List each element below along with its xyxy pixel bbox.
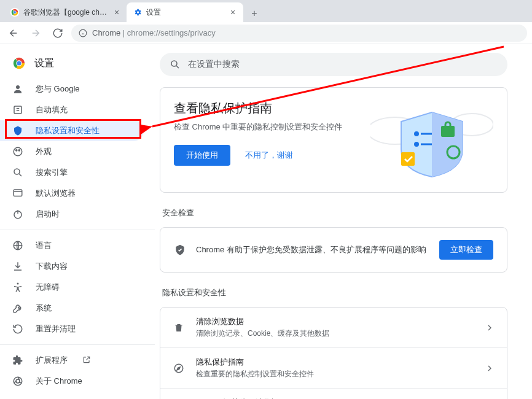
tab-strip: 谷歌浏览器【google chrome】 × 设置 × + (0, 0, 532, 22)
tab-active[interactable]: 设置 × (127, 2, 243, 22)
sidebar-item-appearance[interactable]: 外观 (0, 141, 144, 162)
guide-illustration (370, 100, 493, 180)
restore-icon (12, 323, 23, 335)
sidebar-item-label: 自动填充 (36, 104, 68, 115)
svg-point-9 (16, 85, 20, 89)
url-host: Chrome (92, 28, 120, 37)
safety-check-heading: 安全检查 (162, 207, 507, 219)
chevron-right-icon (485, 323, 495, 333)
cookies-row[interactable]: Cookie 及其他网站数据 已阻止无痕模式下的第三方 Cookie (160, 389, 507, 399)
sidebar-item-label: 系统 (36, 303, 52, 314)
person-icon (12, 83, 23, 95)
sidebar-item-on-startup[interactable]: 启动时 (0, 204, 144, 225)
svg-rect-16 (14, 190, 22, 196)
svg-point-21 (17, 283, 19, 285)
sidebar-item-label: 您与 Google (36, 83, 80, 95)
close-icon[interactable]: × (113, 8, 120, 17)
tab-inactive[interactable]: 谷歌浏览器【google chrome】 × (4, 2, 127, 22)
chrome-icon (12, 376, 23, 387)
address-bar[interactable]: Chrome | chrome://settings/privacy (71, 25, 527, 42)
back-button[interactable] (5, 25, 22, 42)
download-icon (12, 261, 23, 272)
settings-search[interactable]: 在设置中搜索 (160, 53, 507, 76)
sidebar-item-label: 搜索引擎 (36, 167, 68, 178)
search-icon (12, 167, 23, 178)
privacy-guide-row[interactable]: 隐私保护指南 检查重要的隐私控制设置和安全控件 (160, 348, 507, 389)
new-tab-button[interactable]: + (246, 5, 263, 22)
trash-icon (173, 322, 185, 334)
info-icon (79, 29, 87, 37)
sidebar-item-reset[interactable]: 重置并清理 (0, 319, 144, 339)
palette-icon (12, 146, 23, 157)
row-title: 清除浏览数据 (196, 316, 474, 327)
sidebar-item-system[interactable]: 系统 (0, 298, 144, 319)
toolbar: Chrome | chrome://settings/privacy (0, 22, 532, 44)
privacy-section-heading: 隐私设置和安全性 (162, 287, 507, 298)
sidebar-item-you-and-google[interactable]: 您与 Google (0, 79, 144, 99)
start-guide-button[interactable]: 开始使用 (174, 145, 230, 166)
sidebar-item-accessibility[interactable]: 无障碍 (0, 277, 144, 298)
sidebar-item-autofill[interactable]: 自动填充 (0, 99, 144, 120)
extension-icon (12, 355, 23, 366)
safety-check-card: Chrome 有助于保护您免受数据泄露、不良扩展程序等问题的影响 立即检查 (160, 227, 507, 273)
power-icon (12, 209, 23, 220)
privacy-list-card: 清除浏览数据 清除浏览记录、Cookie、缓存及其他数据 隐私保护指南 检查重要… (160, 307, 507, 399)
sidebar-item-label: 外观 (36, 146, 52, 157)
svg-line-25 (176, 66, 179, 68)
dismiss-guide-button[interactable]: 不用了，谢谢 (238, 145, 300, 166)
sidebar-item-label: 关于 Chrome (36, 376, 82, 387)
svg-line-15 (19, 174, 22, 176)
sidebar-item-label: 默认浏览器 (36, 188, 76, 199)
shield-icon (12, 125, 23, 136)
row-subtitle: 检查重要的隐私控制设置和安全控件 (196, 369, 474, 379)
close-icon[interactable]: × (229, 8, 237, 17)
sidebar: 设置 您与 Google 自动填充 隐私设置和安全性 外观 搜索引擎 默认浏览器 (0, 44, 155, 399)
divider (0, 344, 155, 345)
sidebar-item-search-engine[interactable]: 搜索引擎 (0, 162, 144, 183)
sidebar-item-label: 下载内容 (36, 261, 68, 272)
sidebar-item-extensions[interactable]: 扩展程序 (0, 350, 144, 371)
clear-browsing-data-row[interactable]: 清除浏览数据 清除浏览记录、Cookie、缓存及其他数据 (160, 308, 507, 348)
chrome-logo-icon (12, 56, 26, 70)
row-subtitle: 清除浏览记录、Cookie、缓存及其他数据 (196, 328, 474, 339)
accessibility-icon (12, 282, 23, 293)
gear-favicon (133, 7, 143, 17)
sidebar-item-default-browser[interactable]: 默认浏览器 (0, 183, 144, 204)
reload-button[interactable] (49, 25, 66, 42)
external-link-icon (82, 355, 92, 365)
url-path: chrome://settings/privacy (127, 28, 216, 37)
forward-button[interactable] (27, 25, 44, 42)
svg-point-22 (14, 377, 22, 385)
svg-point-24 (171, 61, 177, 66)
row-title: 隐私保护指南 (196, 357, 474, 368)
guide-subtitle: 检查 Chrome 中重要的隐私控制设置和安全控件 (174, 122, 370, 133)
search-placeholder: 在设置中搜索 (188, 59, 240, 70)
autofill-icon (12, 104, 23, 115)
sidebar-item-about-chrome[interactable]: 关于 Chrome (0, 371, 144, 392)
sidebar-item-label: 无障碍 (36, 282, 60, 293)
svg-point-30 (414, 142, 419, 147)
sidebar-item-downloads[interactable]: 下载内容 (0, 256, 144, 277)
search-icon (170, 59, 181, 70)
chevron-right-icon (485, 363, 495, 373)
svg-point-12 (16, 150, 17, 151)
sidebar-item-label: 启动时 (36, 209, 60, 220)
divider (0, 230, 155, 230)
sidebar-item-privacy-security[interactable]: 隐私设置和安全性 (0, 120, 144, 141)
sidebar-item-languages[interactable]: 语言 (0, 235, 144, 256)
safety-text: Chrome 有助于保护您免受数据泄露、不良扩展程序等问题的影响 (196, 244, 429, 255)
tab-title: 谷歌浏览器【google chrome】 (23, 7, 109, 18)
svg-point-13 (18, 150, 20, 151)
svg-point-14 (14, 169, 20, 174)
default-browser-icon (12, 188, 23, 199)
shield-check-icon (174, 244, 186, 256)
main-panel: 在设置中搜索 查看隐私保护指南 检查 Chrome 中重要的隐私控制设置和安全控… (155, 44, 532, 399)
sidebar-title: 设置 (34, 57, 54, 70)
svg-point-11 (14, 147, 22, 156)
svg-rect-35 (401, 152, 415, 166)
check-now-button[interactable]: 立即检查 (439, 240, 493, 260)
tab-title: 设置 (146, 7, 161, 18)
wrench-icon (12, 303, 23, 314)
sidebar-header: 设置 (0, 53, 155, 79)
chrome-favicon (10, 7, 20, 17)
